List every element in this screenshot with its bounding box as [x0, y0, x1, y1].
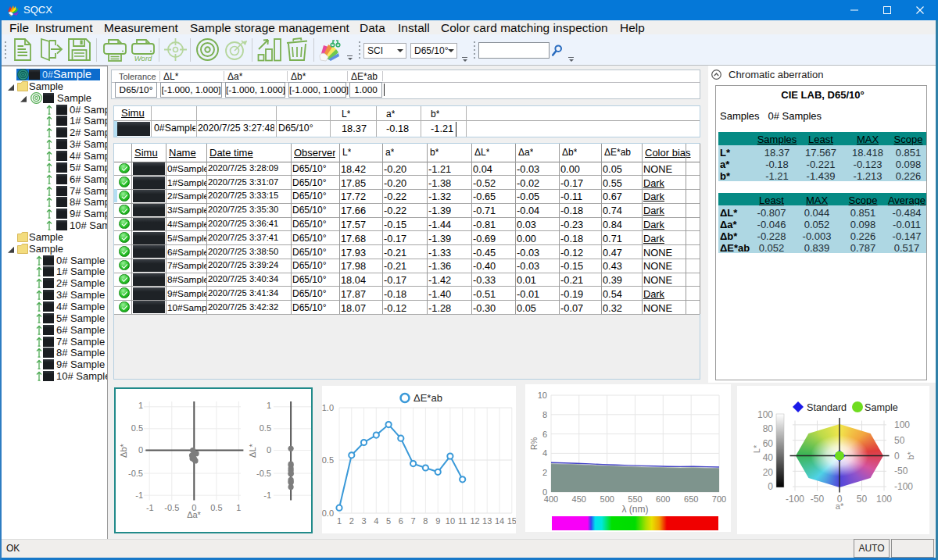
svg-text:2: 2	[542, 468, 547, 477]
svg-text:600: 600	[656, 494, 670, 504]
svg-text:-1: -1	[135, 490, 143, 500]
svg-text:λ (nm): λ (nm)	[622, 504, 649, 515]
svg-text:R%: R%	[530, 437, 539, 450]
svg-text:Sample: Sample	[865, 402, 898, 413]
svg-text:7: 7	[411, 516, 416, 526]
svg-text:0: 0	[267, 445, 271, 455]
svg-text:8: 8	[423, 516, 428, 526]
svg-text:5: 5	[386, 516, 391, 526]
svg-text:-50: -50	[811, 494, 825, 505]
svg-text:8: 8	[542, 410, 547, 419]
svg-text:b*: b*	[906, 451, 915, 460]
svg-text:0.5: 0.5	[322, 455, 334, 465]
svg-text:0.5: 0.5	[210, 503, 222, 512]
svg-text:0.5: 0.5	[131, 423, 143, 433]
svg-text:4: 4	[542, 448, 547, 458]
svg-text:450: 450	[572, 494, 586, 504]
svg-text:10: 10	[446, 516, 455, 526]
svg-text:6: 6	[399, 516, 403, 526]
svg-text:50: 50	[857, 494, 868, 505]
svg-text:Δa*: Δa*	[187, 510, 201, 519]
svg-text:40: 40	[763, 452, 774, 463]
svg-text:0.5: 0.5	[260, 423, 271, 433]
svg-text:20: 20	[763, 467, 774, 478]
svg-text:-1: -1	[263, 490, 271, 500]
svg-text:12: 12	[470, 516, 479, 526]
svg-text:Δb*: Δb*	[119, 443, 128, 457]
svg-text:13: 13	[482, 516, 492, 526]
svg-text:650: 650	[684, 494, 698, 504]
svg-text:100: 100	[876, 494, 892, 505]
svg-text:11: 11	[458, 516, 467, 526]
svg-text:6: 6	[542, 430, 547, 439]
svg-text:-0.5: -0.5	[128, 469, 143, 478]
svg-text:0: 0	[894, 451, 900, 462]
svg-text:-50: -50	[894, 465, 908, 476]
svg-text:Standard: Standard	[807, 402, 847, 413]
svg-text:1.0: 1.0	[322, 403, 334, 412]
svg-text:700: 700	[712, 494, 726, 504]
svg-text:1: 1	[236, 503, 241, 512]
svg-text:50: 50	[894, 435, 905, 446]
svg-text:550: 550	[628, 494, 642, 504]
svg-text:400: 400	[544, 494, 558, 504]
svg-text:60: 60	[763, 438, 774, 449]
svg-text:-0.5: -0.5	[256, 469, 271, 478]
svg-text:-1: -1	[146, 503, 154, 512]
svg-text:ΔL*: ΔL*	[248, 443, 257, 457]
svg-text:a*: a*	[836, 501, 844, 511]
svg-text:0.0: 0.0	[322, 508, 334, 518]
svg-text:10: 10	[538, 391, 547, 400]
svg-text:100: 100	[894, 419, 910, 430]
svg-text:100: 100	[757, 409, 773, 420]
svg-text:-100: -100	[786, 494, 804, 505]
svg-text:2: 2	[349, 516, 354, 526]
svg-text:-0.5: -0.5	[164, 503, 179, 512]
svg-text:L*: L*	[752, 444, 761, 453]
svg-text:0: 0	[138, 445, 143, 455]
svg-text:14: 14	[495, 516, 504, 526]
svg-text:1: 1	[138, 401, 143, 410]
svg-text:-100: -100	[894, 481, 913, 492]
svg-text:0: 0	[768, 481, 773, 492]
svg-text:80: 80	[763, 423, 774, 434]
svg-text:9: 9	[435, 516, 440, 526]
svg-text:500: 500	[600, 494, 614, 504]
svg-text:3: 3	[361, 516, 366, 526]
svg-text:1: 1	[267, 401, 271, 410]
svg-text:1: 1	[337, 516, 342, 526]
svg-text:15: 15	[507, 516, 516, 526]
svg-text:Word: Word	[134, 54, 152, 62]
svg-text:4: 4	[374, 516, 378, 526]
svg-text:ΔE*ab: ΔE*ab	[414, 392, 442, 404]
